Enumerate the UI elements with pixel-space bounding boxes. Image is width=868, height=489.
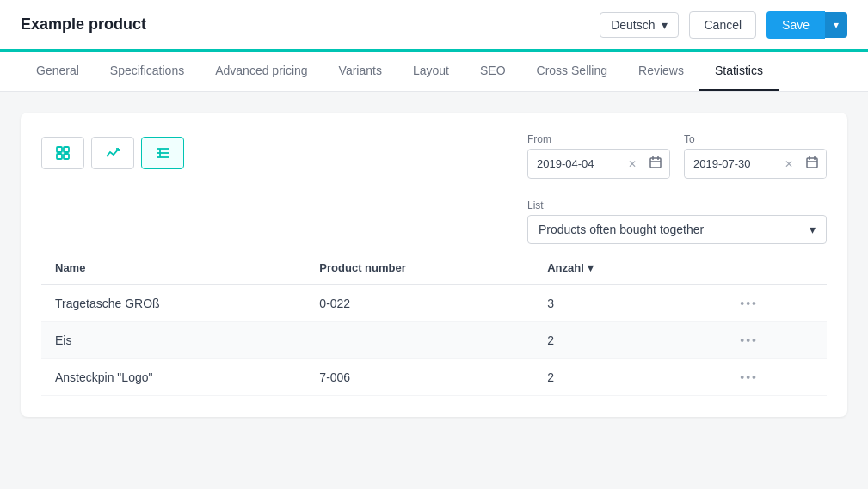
- table-row: Eis 2 •••: [41, 322, 827, 359]
- list-view-button[interactable]: [141, 137, 184, 169]
- sort-icon: ▾: [588, 261, 594, 274]
- controls-row: From ✕: [41, 133, 827, 244]
- save-button-group: Save ▾: [766, 11, 847, 39]
- th-product-number: Product number: [305, 251, 533, 285]
- to-date-input[interactable]: [685, 151, 779, 176]
- save-dropdown-button[interactable]: ▾: [825, 12, 847, 38]
- to-date-group: To ✕: [684, 133, 827, 179]
- cell-actions-2[interactable]: •••: [681, 322, 772, 359]
- tab-variants[interactable]: Variants: [323, 52, 397, 91]
- cell-empty-2: [772, 322, 827, 359]
- page-header: Example product Deutsch ▾ Cancel Save ▾: [0, 0, 868, 52]
- list-icon: [154, 144, 171, 162]
- svg-rect-3: [64, 154, 69, 159]
- cell-empty-3: [772, 359, 827, 396]
- cancel-button[interactable]: Cancel: [689, 11, 756, 39]
- chevron-down-icon: ▾: [662, 18, 668, 32]
- svg-rect-0: [57, 147, 62, 152]
- chart-view-button[interactable]: [91, 137, 134, 169]
- statistics-table: Name Product number Anzahl ▾: [41, 251, 827, 396]
- tab-statistics[interactable]: Statistics: [699, 52, 779, 91]
- grid-view-button[interactable]: [41, 137, 84, 169]
- tab-cross-selling[interactable]: Cross Selling: [521, 52, 623, 91]
- cell-number-3: 7-006: [305, 359, 533, 396]
- th-actions: [681, 251, 772, 285]
- grid-icon: [54, 144, 71, 162]
- tab-general[interactable]: General: [21, 52, 95, 91]
- list-filter-group: List Products often bought together ▾: [527, 199, 827, 244]
- save-button[interactable]: Save: [766, 11, 825, 39]
- from-date-input[interactable]: [528, 151, 623, 176]
- tab-layout[interactable]: Layout: [397, 52, 465, 91]
- cell-number-1: 0-022: [305, 285, 533, 322]
- calendar-icon: [649, 156, 662, 169]
- filters-panel: From ✕: [527, 133, 827, 244]
- tab-specifications[interactable]: Specifications: [95, 52, 200, 91]
- table-row: Ansteckpin "Logo" 7-006 2 •••: [41, 359, 827, 396]
- table-header: Name Product number Anzahl ▾: [41, 251, 827, 285]
- tab-advanced-pricing[interactable]: Advanced pricing: [200, 52, 323, 91]
- cell-name-3: Ansteckpin "Logo": [41, 359, 305, 396]
- from-label: From: [527, 133, 670, 145]
- language-selector[interactable]: Deutsch ▾: [600, 12, 679, 38]
- calendar-icon: [805, 156, 819, 169]
- list-label: List: [527, 199, 827, 211]
- cell-actions-3[interactable]: •••: [681, 359, 772, 396]
- cell-actions-1[interactable]: •••: [681, 285, 772, 322]
- statistics-card: From ✕: [21, 113, 847, 417]
- page-title: Example product: [21, 15, 146, 34]
- to-label: To: [684, 133, 827, 145]
- main-content: From ✕: [0, 92, 868, 437]
- svg-rect-1: [64, 147, 69, 152]
- svg-rect-2: [57, 154, 62, 159]
- chart-icon: [104, 144, 121, 162]
- cell-empty-1: [772, 285, 827, 322]
- cell-anzahl-1: 3: [533, 285, 680, 322]
- table-header-row: Name Product number Anzahl ▾: [41, 251, 827, 285]
- cell-number-2: [305, 322, 533, 359]
- from-date-input-wrap: ✕: [527, 149, 670, 179]
- cell-name-2: Eis: [41, 322, 305, 359]
- to-date-clear-button[interactable]: ✕: [779, 152, 798, 176]
- table: Name Product number Anzahl ▾: [41, 251, 827, 396]
- header-actions: Deutsch ▾ Cancel Save ▾: [600, 11, 847, 39]
- to-date-input-wrap: ✕: [684, 149, 827, 179]
- from-date-clear-button[interactable]: ✕: [623, 152, 642, 176]
- table-row: Tragetasche GROß 0-022 3 •••: [41, 285, 827, 322]
- from-date-calendar-button[interactable]: [642, 150, 669, 178]
- table-body: Tragetasche GROß 0-022 3 ••• Eis 2 •••: [41, 285, 827, 396]
- chevron-down-icon: ▾: [810, 223, 816, 236]
- th-anzahl[interactable]: Anzahl ▾: [533, 251, 680, 285]
- language-label: Deutsch: [611, 18, 655, 32]
- list-selected-value: Products often bought together: [539, 223, 704, 236]
- view-toggles: [41, 137, 184, 169]
- th-name: Name: [41, 251, 305, 285]
- cell-anzahl-3: 2: [533, 359, 680, 396]
- tabs-bar: General Specifications Advanced pricing …: [0, 52, 868, 92]
- from-date-group: From ✕: [527, 133, 670, 179]
- cell-anzahl-2: 2: [533, 322, 680, 359]
- tab-seo[interactable]: SEO: [465, 52, 521, 91]
- th-empty: [772, 251, 827, 285]
- svg-rect-10: [650, 158, 661, 168]
- svg-rect-14: [807, 158, 817, 168]
- date-filter-row: From ✕: [527, 133, 827, 179]
- to-date-calendar-button[interactable]: [798, 150, 826, 178]
- list-dropdown[interactable]: Products often bought together ▾: [527, 215, 827, 244]
- cell-name-1: Tragetasche GROß: [41, 285, 305, 322]
- tab-reviews[interactable]: Reviews: [623, 52, 699, 91]
